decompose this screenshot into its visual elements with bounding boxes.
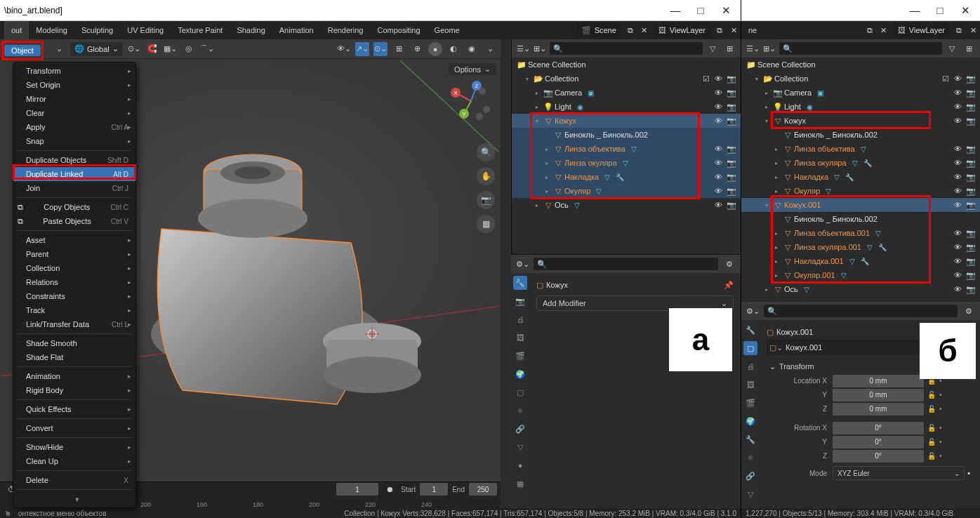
orientation-selector[interactable]: 🌐Global⌄	[70, 42, 123, 56]
tab-constraint-icon[interactable]: 🔗	[513, 422, 527, 436]
mi-join[interactable]: JoinCtrl J	[13, 181, 135, 195]
snap-mode-icon[interactable]: ▦⌄	[164, 42, 178, 56]
scene-close-icon-b[interactable]: ✕	[877, 23, 891, 37]
mi-convert[interactable]: Convert▸	[13, 421, 135, 435]
outliner-new-coll-icon-b[interactable]: ⊞	[962, 41, 976, 55]
viewlayer-copy-icon-b[interactable]: ⧉	[952, 23, 966, 37]
ol-scene-collection[interactable]: 📁Scene Collection	[512, 58, 741, 72]
mi-showhide[interactable]: Show/Hide▸	[13, 440, 135, 454]
tab-world-icon[interactable]: 🌍	[513, 367, 527, 381]
scene-copy-icon-b[interactable]: ⧉	[863, 23, 877, 37]
tl-auto-key-icon[interactable]: ⏺	[383, 482, 397, 496]
loc-x[interactable]: 0 mm	[833, 375, 924, 387]
mi-track[interactable]: Track▸	[13, 303, 135, 317]
tab-physics-icon[interactable]: ⚛	[513, 404, 527, 418]
mi-relations[interactable]: Relations▸	[13, 275, 135, 289]
mi-snap[interactable]: Snap▸	[13, 134, 135, 148]
olb-okulyar[interactable]: ▸▽Окуляр▽👁📷	[741, 184, 980, 198]
olb-nakladka001[interactable]: ▸▽Накладка.001▽🔧👁📷	[741, 254, 980, 268]
shade-solid-icon[interactable]: ●	[428, 42, 442, 56]
outliner-display-icon-b[interactable]: ⊞⌄	[762, 41, 776, 55]
outliner-type-icon-b[interactable]: ☰⌄	[746, 41, 760, 55]
mi-rigid[interactable]: Rigid Body▸	[13, 383, 135, 397]
ol-lens-obj[interactable]: ▸▽Линза объектива▽👁📷	[512, 142, 741, 156]
tab-uv[interactable]: UV Editing	[120, 21, 171, 39]
olb-kozhuh001[interactable]: ▾▽Кожух.001👁📷	[741, 198, 980, 212]
tab-modifier-icon[interactable]: 🔧	[513, 276, 527, 290]
olb-okulyar001[interactable]: ▸▽Окуляр.001▽👁📷	[741, 268, 980, 282]
mi-quick[interactable]: Quick Effects▸	[13, 402, 135, 416]
ol-os[interactable]: ▸▽Ось▽👁📷	[512, 198, 741, 212]
mi-shade-flat[interactable]: Shade Flat	[13, 350, 135, 364]
props-search[interactable]: 🔍	[534, 258, 718, 270]
scene-selector[interactable]: 🎬Scene	[577, 22, 621, 38]
props-type-icon-b[interactable]: ⚙⌄	[746, 304, 760, 318]
minimize-icon-b[interactable]: —	[908, 4, 921, 16]
n-panel-main[interactable]	[501, 39, 511, 508]
tabb-world-icon[interactable]: 🌍	[743, 414, 757, 428]
props-search-b[interactable]: 🔍	[764, 305, 958, 317]
props-opts-icon-b[interactable]: ⚙	[962, 304, 976, 318]
loc-z[interactable]: 0 mm	[833, 403, 924, 416]
mi-animation[interactable]: Animation▸	[13, 369, 135, 383]
gizmo-icon[interactable]: ↗⌄	[355, 42, 369, 56]
rot-x[interactable]: 0°	[833, 422, 924, 434]
ol-collection[interactable]: ▾📂Collection☑👁📷	[512, 72, 741, 86]
olb-lens-obj[interactable]: ▸▽Линза объектива▽👁📷	[741, 142, 980, 156]
outliner-filter-icon-b[interactable]: ▽	[945, 41, 959, 55]
zoom-icon[interactable]: 🔍	[477, 143, 495, 161]
olb-scene-collection[interactable]: 📁Scene Collection	[741, 58, 980, 72]
tab-anim[interactable]: Animation	[272, 21, 321, 39]
tab-output-icon[interactable]: 🖨	[513, 312, 527, 326]
grid-icon[interactable]: ▦	[477, 215, 495, 233]
props-type-icon[interactable]: ⚙⌄	[515, 257, 529, 271]
tabb-modifier-icon[interactable]: 🔧	[743, 432, 757, 446]
scene-close-icon[interactable]: ✕	[637, 23, 651, 37]
maximize-icon[interactable]: □	[694, 4, 707, 16]
olb-collection[interactable]: ▾📂Collection☑👁📷	[741, 72, 980, 86]
viewlayer-selector[interactable]: 🖼ViewLayer	[654, 22, 710, 38]
tab-layout[interactable]: out	[4, 21, 29, 39]
tabb-render-icon[interactable]: 🔧	[743, 323, 757, 337]
pivot-icon[interactable]: ⊙⌄	[127, 42, 141, 56]
tabb-output-icon[interactable]: 🖨	[743, 359, 757, 373]
olb-lens-ok001[interactable]: ▸▽Линза окуляра.001▽🔧👁📷	[741, 240, 980, 254]
outliner-new-coll-icon[interactable]: ⊞	[722, 41, 736, 55]
options-dropdown[interactable]: Options⌄	[449, 63, 496, 75]
tab-view-icon[interactable]: 🖼	[513, 331, 527, 345]
tabb-view-icon[interactable]: 🖼	[743, 378, 757, 392]
object-menu-button[interactable]: Object	[4, 45, 41, 56]
shade-wire-icon[interactable]: ⊕	[410, 42, 424, 56]
frame-start[interactable]: 1	[420, 483, 448, 496]
mi-apply[interactable]: ApplyCtrl A▸	[13, 120, 135, 134]
camera-icon[interactable]: 📷	[477, 191, 495, 209]
nav-gizmo[interactable]: X Y Z	[449, 79, 494, 124]
ol-lens-ok[interactable]: ▸▽Линза окуляра▽👁📷	[512, 156, 741, 170]
xray-icon[interactable]: ⊞	[392, 42, 406, 56]
olb-kozhuh[interactable]: ▾▽Кожух👁📷	[741, 114, 980, 128]
outliner-search-b[interactable]: 🔍	[779, 42, 942, 55]
frame-end[interactable]: 250	[469, 483, 497, 496]
ol-camera[interactable]: ▸📷Camera▣👁📷	[512, 86, 741, 100]
mi-shade-smooth[interactable]: Shade Smooth	[13, 336, 135, 350]
prop-edit-icon[interactable]: ◎	[182, 42, 196, 56]
close-icon[interactable]: ✕	[720, 4, 732, 17]
ol-nakladka[interactable]: ▸▽Накладка▽🔧👁📷	[512, 170, 741, 184]
mi-cleanup[interactable]: Clean Up▸	[13, 454, 135, 468]
tab-sculpting[interactable]: Sculpting	[74, 21, 120, 39]
olb-lens-obj001[interactable]: ▸▽Линза объектива.001▽👁📷	[741, 226, 980, 240]
tab-modeling[interactable]: Modeling	[29, 21, 74, 39]
viewlayer-close-icon[interactable]: ✕	[727, 23, 741, 37]
minimize-icon[interactable]: —	[669, 4, 682, 16]
loc-y[interactable]: 0 mm	[833, 389, 924, 401]
mi-paste[interactable]: ⧉ Paste ObjectsCtrl V	[13, 214, 135, 228]
tab-material-icon[interactable]: ●	[513, 458, 527, 472]
close-icon-b[interactable]: ✕	[959, 4, 972, 17]
tab-geo[interactable]: Geome	[428, 21, 467, 39]
rotation-mode-select[interactable]: XYZ Euler⌄	[833, 466, 965, 480]
mi-clear[interactable]: Clear▸	[13, 106, 135, 120]
prop-mode-icon[interactable]: ⌒⌄	[200, 42, 214, 56]
tabb-object-icon[interactable]: ▢	[743, 341, 757, 355]
olb-binokl[interactable]: ▽Бинокль _ Бинокль.002	[741, 128, 980, 142]
shade-matprev-icon[interactable]: ◐	[446, 42, 461, 56]
